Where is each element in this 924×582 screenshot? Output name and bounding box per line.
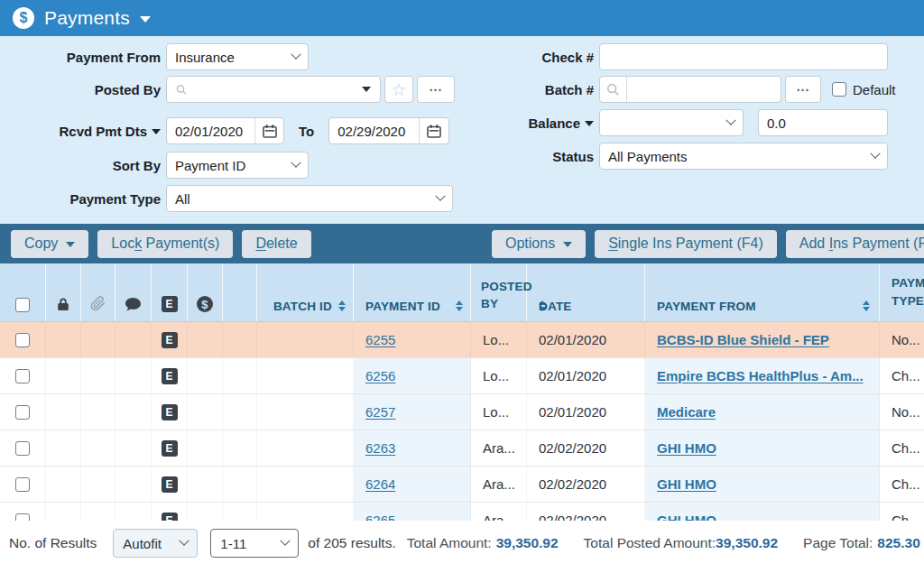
check-no-field[interactable]: [599, 43, 888, 70]
payment-from-link[interactable]: BCBS-ID Blue Shield - FEP: [657, 332, 829, 347]
attachment-column-header[interactable]: [81, 263, 116, 321]
calendar-icon: [263, 125, 277, 138]
payment-from-link[interactable]: GHI HMO: [657, 476, 716, 492]
payment-from-link[interactable]: Empire BCBS HealthPlus - Am...: [657, 368, 864, 383]
payment-type-cell: Ch...: [880, 430, 924, 466]
page-total-label: Page Total:: [803, 535, 873, 551]
payment-type-select[interactable]: All: [166, 185, 453, 212]
lock-payments-button[interactable]: Lock Payment(s): [97, 230, 233, 258]
autofit-select[interactable]: Autofit: [113, 529, 198, 558]
posted-by-favorite-button[interactable]: ☆: [384, 76, 413, 103]
posted-by-column-header[interactable]: POSTEDBY: [471, 263, 527, 321]
row-checkbox[interactable]: [15, 333, 30, 347]
comment-icon: [125, 298, 141, 311]
payment-type-column-header[interactable]: PAYMENTTYPE: [880, 263, 924, 321]
payment-from-column-header[interactable]: PAYMENT FROM: [645, 263, 880, 321]
eob-cell: E: [152, 322, 188, 357]
batch-no-more-button[interactable]: ...: [785, 76, 821, 103]
sort-icon: [338, 300, 346, 312]
status-select[interactable]: All Payments: [599, 143, 888, 170]
comment-cell: [116, 503, 152, 521]
copy-dropdown-caret-icon: [66, 242, 75, 247]
currency-column-header[interactable]: $: [188, 263, 223, 321]
table-row[interactable]: E 6257 Lo... 02/01/2020 Medicare No...: [0, 394, 924, 430]
posted-by-search-combo[interactable]: [166, 76, 381, 103]
posted-by-input[interactable]: [194, 77, 355, 102]
balance-label[interactable]: Balance: [469, 115, 594, 131]
balance-amount-input[interactable]: [767, 110, 879, 135]
row-checkbox[interactable]: [15, 477, 30, 492]
dollar-circle-icon: $: [197, 296, 213, 312]
date-to-input[interactable]: [337, 118, 419, 143]
payment-from-select[interactable]: Insurance: [166, 43, 309, 70]
posted-by-dropdown-caret-icon[interactable]: [362, 87, 371, 92]
results-footer: No. of Results Autofit 1-11 of 205 resul…: [0, 521, 924, 582]
date-column-header[interactable]: DATE: [527, 263, 645, 321]
date-to-calendar-button[interactable]: [419, 118, 448, 143]
payment-from-link[interactable]: GHI HMO: [657, 440, 716, 456]
check-no-input[interactable]: [608, 44, 879, 69]
date-from-field[interactable]: [166, 117, 284, 144]
payment-from-link[interactable]: GHI HMO: [657, 513, 716, 521]
copy-button[interactable]: Copy: [11, 230, 88, 258]
row-checkbox[interactable]: [15, 513, 30, 522]
batch-no-search-button[interactable]: [600, 77, 627, 102]
filter-panel: Payment From Insurance Posted By ☆: [0, 36, 924, 224]
lock-cell: [46, 467, 81, 502]
balance-operator-select[interactable]: [599, 109, 744, 136]
batch-no-search-combo[interactable]: [599, 76, 781, 103]
attachment-cell: [81, 430, 116, 466]
batch-id-column-header[interactable]: BATCH ID: [257, 263, 354, 321]
payment-from-cell: GHI HMO: [645, 430, 880, 466]
page-title-dropdown-caret-icon[interactable]: [140, 16, 151, 23]
batch-no-input[interactable]: [627, 77, 781, 102]
payment-id-link[interactable]: 6257: [365, 404, 395, 420]
date-to-field[interactable]: [328, 117, 449, 144]
options-button[interactable]: Options: [492, 230, 586, 258]
date-from-calendar-button[interactable]: [254, 118, 283, 143]
single-ins-payment-button[interactable]: Single Ins Payment (F4): [595, 230, 777, 258]
comment-column-header[interactable]: [116, 263, 152, 321]
payment-id-link[interactable]: 6263: [365, 440, 395, 456]
select-all-checkbox[interactable]: [15, 298, 30, 312]
payment-id-column-header[interactable]: PAYMENT ID: [354, 263, 471, 321]
sort-by-select[interactable]: Payment ID: [166, 152, 309, 179]
date-cell: 02/02/2020: [527, 503, 645, 521]
payment-id-link[interactable]: 6264: [365, 476, 395, 492]
total-posted-group: Total Posted Amount: 39,350.92: [584, 535, 778, 551]
add-ins-payment-button[interactable]: Add Ins Payment (F3): [786, 230, 924, 258]
comment-cell: [116, 358, 152, 393]
row-checkbox[interactable]: [15, 369, 30, 383]
batch-no-label: Batch #: [469, 82, 594, 97]
rcvd-pmt-dts-label[interactable]: Rcvd Pmt Dts: [0, 124, 161, 139]
row-checkbox[interactable]: [15, 405, 30, 420]
payment-id-link[interactable]: 6265: [365, 513, 395, 521]
page-range-select[interactable]: 1-11: [210, 529, 299, 558]
balance-amount-field[interactable]: [758, 109, 888, 136]
payment-from-link[interactable]: Medicare: [657, 404, 716, 420]
autofit-value: Autofit: [123, 536, 162, 551]
payment-type-label: Payment Type: [0, 191, 161, 207]
payment-id-link[interactable]: 6256: [365, 368, 395, 383]
results-count-label: No. of Results: [9, 535, 97, 551]
table-row[interactable]: E 6265 Ara... 02/02/2020 GHI HMO Ch...: [0, 503, 924, 521]
payment-id-link[interactable]: 6255: [365, 332, 395, 347]
ellipsis-icon: ...: [797, 79, 810, 99]
posted-by-cell: Ara...: [471, 467, 527, 502]
payment-type-cell: No...: [880, 322, 924, 357]
table-row[interactable]: E 6256 Lo... 02/01/2020 Empire BCBS Heal…: [0, 358, 924, 394]
table-row[interactable]: E 6264 Ara... 02/02/2020 GHI HMO Ch...: [0, 467, 924, 503]
delete-button[interactable]: Delete: [242, 230, 310, 258]
date-from-input[interactable]: [175, 118, 254, 143]
batch-default-checkbox[interactable]: [832, 82, 846, 97]
lock-label-post: Payment(s): [142, 236, 219, 251]
row-checkbox[interactable]: [15, 441, 30, 456]
table-header-row: E $ BATCH ID PAYMENT ID POSTEDBY DATE: [0, 263, 924, 322]
eob-column-header[interactable]: E: [152, 263, 188, 321]
lock-column-header[interactable]: [46, 263, 81, 321]
eob-e-icon: E: [162, 404, 178, 420]
posted-by-more-button[interactable]: ...: [417, 76, 455, 103]
table-row[interactable]: E 6263 Ara... 02/02/2020 GHI HMO Ch...: [0, 430, 924, 467]
page-title[interactable]: Payments: [44, 7, 130, 29]
table-row[interactable]: E 6255 Lo... 02/01/2020 BCBS-ID Blue Shi…: [0, 322, 924, 358]
